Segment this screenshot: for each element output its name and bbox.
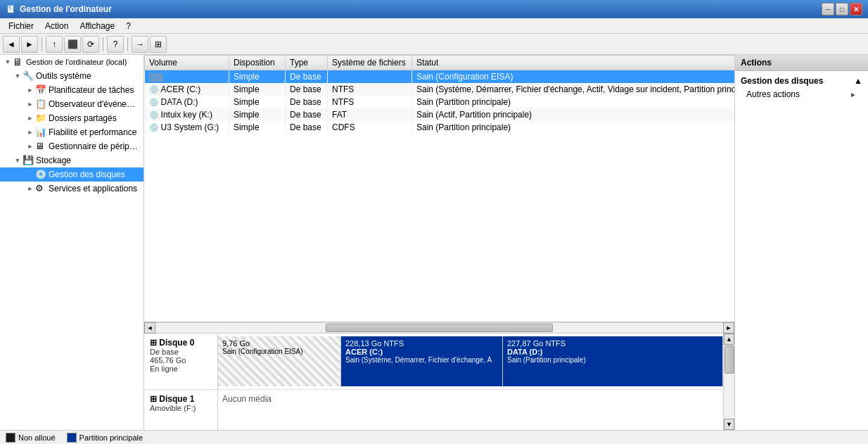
menu-help[interactable]: ? (120, 20, 136, 32)
tree-dossiers-expand[interactable]: ► (25, 113, 35, 123)
device-icon: 🖥 (35, 141, 46, 152)
col-status[interactable]: Statut (412, 56, 735, 70)
menu-fichier[interactable]: Fichier (3, 20, 39, 32)
tree-fiabilite[interactable]: ► 📊 Fiabilité et performance (0, 125, 143, 139)
menu-affichage[interactable]: Affichage (74, 20, 120, 32)
action-autres-label: Autres actions (746, 89, 800, 99)
hscroll-area[interactable]: ◄ ► (144, 322, 734, 334)
col-volume[interactable]: Volume (145, 56, 229, 70)
forward-button[interactable]: ► (21, 36, 38, 53)
scheduler-icon: 📅 (35, 84, 46, 96)
tree-stockage[interactable]: ▼ 💾 Stockage (0, 153, 143, 167)
legend-primary-label: Partition principale (79, 433, 143, 442)
disk-info-removable: ⊞ Disque 1Amovible (F:) (144, 390, 218, 430)
disk-partitions: 9,76 Go Sain (Configuration EISA)228,13 … (218, 334, 723, 389)
tree-root[interactable]: ▼ 🖥 Gestion de l'ordinateur (local) (0, 55, 143, 69)
toolbar-separator-3 (127, 37, 128, 51)
vscroll-up[interactable]: ▲ (724, 334, 734, 345)
close-button[interactable]: ✕ (850, 3, 862, 15)
vscroll-down[interactable]: ▼ (724, 419, 734, 430)
tree-dossiers[interactable]: ► 📁 Dossiers partagés (0, 111, 143, 125)
actions-section-0: Gestion des disques ▲ Autres actions ► (735, 71, 868, 103)
console-button[interactable]: ⊞ (150, 36, 167, 53)
vscroll-thumb[interactable] (725, 345, 734, 374)
action-autres-arrow: ► (850, 91, 857, 99)
disk-icon: 💿 (35, 169, 46, 180)
hscroll-right[interactable]: ► (723, 322, 734, 334)
title-bar-controls: ─ □ ✕ (822, 3, 862, 15)
partition[interactable]: 228,13 Go NTFS ACER (C:) Sain (Système, … (341, 336, 503, 386)
tree-root-expand[interactable]: ▼ (3, 57, 13, 67)
hscroll-thumb[interactable] (326, 324, 553, 332)
table-row[interactable]: 💿 Intuix key (K:)SimpleDe baseFATSain (A… (145, 108, 735, 121)
tree-planificateur-label: Planificateur de tâches (49, 85, 134, 95)
actions-section-arrow: ▲ (854, 76, 862, 86)
tree-observateur[interactable]: ► 📋 Observateur d'événeme... (0, 97, 143, 111)
tools-icon: 🔧 (23, 70, 34, 82)
tree-fiabilite-label: Fiabilité et performance (49, 127, 136, 137)
table-row[interactable]: SimpleDe baseSain (Configuration EISA) (145, 70, 735, 84)
minimize-button[interactable]: ─ (822, 3, 834, 15)
tree-observateur-expand[interactable]: ► (25, 99, 35, 109)
vscroll[interactable]: ▲ ▼ (723, 334, 734, 430)
table-cell: De base (286, 96, 328, 108)
folder-icon: 📁 (35, 113, 46, 124)
table-cell: Simple (229, 96, 286, 108)
middle-panel: Volume Disposition Type Système de fichi… (144, 55, 734, 430)
col-type[interactable]: Type (286, 56, 328, 70)
hscroll-left[interactable]: ◄ (144, 322, 155, 334)
partition[interactable]: 9,76 Go Sain (Configuration EISA) (218, 336, 341, 386)
tree-services[interactable]: ► ⚙ Services et applications (0, 182, 143, 196)
table-row[interactable]: 💿 DATA (D:)SimpleDe baseNTFSSain (Partit… (145, 96, 735, 108)
table-cell: De base (286, 83, 328, 96)
disk-type: Amovible (F:) (150, 404, 212, 412)
table-cell: Sain (Actif, Partition principale) (412, 108, 735, 121)
col-fs[interactable]: Système de fichiers (328, 56, 412, 70)
table-cell: Simple (229, 108, 286, 121)
table-row[interactable]: 💿 ACER (C:)SimpleDe baseNTFSSain (Systèm… (145, 83, 735, 96)
actions-section-gestion[interactable]: Gestion des disques ▲ (735, 74, 868, 88)
title-bar-left: 🖥 Gestion de l'ordinateur (6, 4, 112, 15)
window-icon: 🖥 (6, 4, 15, 15)
back-button[interactable]: ◄ (3, 36, 20, 53)
table-row[interactable]: 💿 U3 System (G:)SimpleDe baseCDFSSain (P… (145, 121, 735, 134)
partition-size: 228,13 Go NTFS (345, 339, 498, 348)
tree-gestionnaire[interactable]: ► 🖥 Gestionnaire de périphé... (0, 139, 143, 153)
table-cell: 💿 DATA (D:) (145, 96, 229, 108)
volume-icon: 💿 (149, 85, 161, 94)
tree-outils-expand[interactable]: ▼ (13, 71, 23, 81)
table-cell: 💿 ACER (C:) (145, 83, 229, 96)
tree-services-expand[interactable]: ► (25, 184, 35, 194)
disk-row: ⊞ Disque 0 De base 465,76 Go En ligne9,7… (144, 334, 723, 390)
table-cell: Sain (Système, Démarrer, Fichier d'échan… (412, 83, 735, 96)
hscroll-track[interactable] (155, 323, 723, 333)
maximize-button[interactable]: □ (836, 3, 848, 15)
help-button[interactable]: ? (107, 36, 124, 53)
tree-gestionnaire-label: Gestionnaire de périphé... (49, 141, 141, 151)
col-disposition[interactable]: Disposition (229, 56, 286, 70)
tree-gestion-disques-expand (25, 170, 35, 179)
table-cell: NTFS (328, 96, 412, 108)
tree-gestion-disques[interactable]: 💿 Gestion des disques (0, 167, 143, 182)
tree-planificateur-expand[interactable]: ► (25, 85, 35, 95)
tree-outils[interactable]: ▼ 🔧 Outils système (0, 69, 143, 83)
menu-action[interactable]: Action (39, 20, 74, 32)
tree-fiabilite-expand[interactable]: ► (25, 127, 35, 137)
partition-status: Sain (Système, Démarrer, Fichier d'échan… (345, 356, 498, 364)
stop-button[interactable]: ⬛ (64, 36, 81, 53)
refresh-button[interactable]: ⟳ (82, 36, 99, 53)
legend-unallocated-label: Non alloué (18, 433, 56, 442)
up-button[interactable]: ↑ (46, 36, 63, 53)
action-autres[interactable]: Autres actions ► (735, 88, 868, 101)
tree-gestionnaire-expand[interactable]: ► (25, 141, 35, 151)
tree-planificateur[interactable]: ► 📅 Planificateur de tâches (0, 83, 143, 97)
export-button[interactable]: → (132, 36, 148, 53)
disk-area-wrapper: ⊞ Disque 0 De base 465,76 Go En ligne9,7… (144, 334, 734, 430)
actions-title: Actions (735, 55, 868, 71)
partition[interactable]: 227,87 Go NTFS DATA (D:) Sain (Partition… (503, 336, 723, 386)
vscroll-track[interactable] (724, 345, 734, 419)
volume-color-block (149, 73, 163, 82)
table-cell: NTFS (328, 83, 412, 96)
tree-stockage-expand[interactable]: ▼ (13, 156, 23, 165)
computer-icon: 🖥 (13, 56, 24, 68)
